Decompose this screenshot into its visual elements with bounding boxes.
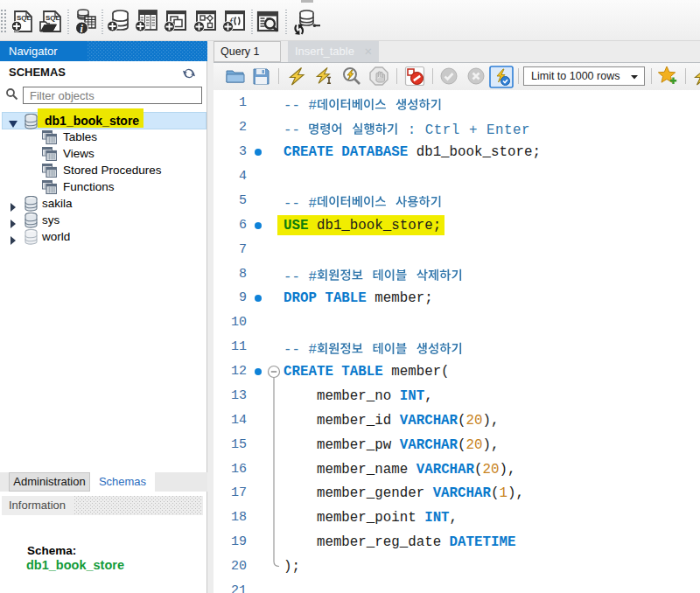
svg-text:SQL: SQL — [46, 14, 60, 22]
svg-text:SQL: SQL — [17, 14, 32, 22]
